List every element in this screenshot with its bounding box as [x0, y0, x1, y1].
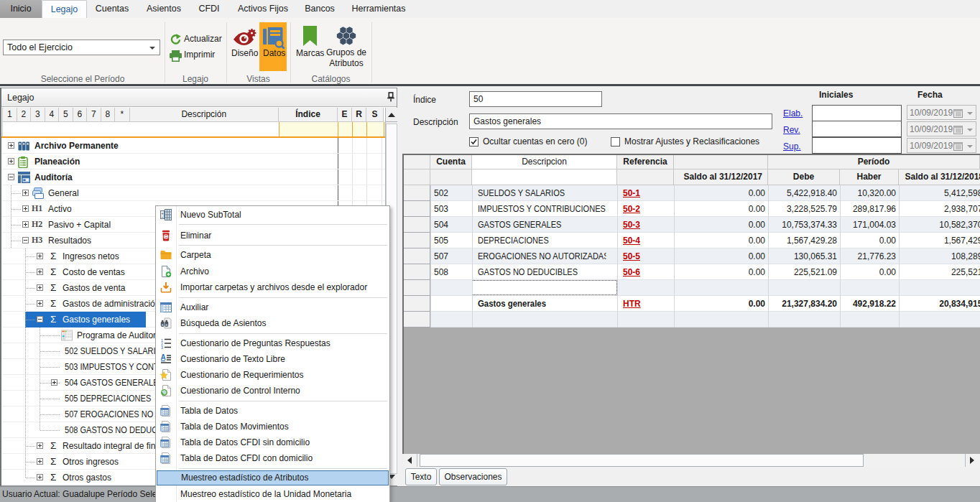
svg-text:3: 3: [161, 345, 163, 349]
svg-text:A: A: [160, 353, 165, 361]
